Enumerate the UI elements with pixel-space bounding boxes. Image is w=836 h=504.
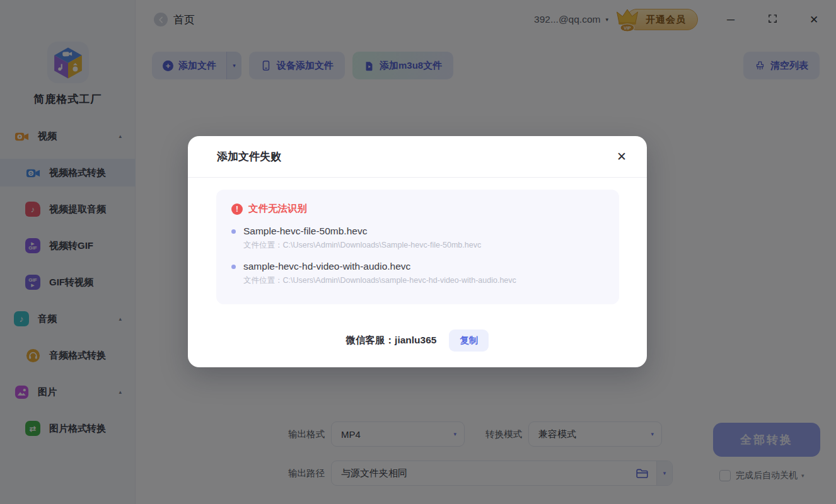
failed-file-item: sample-hevc-hd-video-with-audio.hevc 文件位… [231,261,604,286]
close-icon[interactable]: ✕ [617,151,627,163]
error-exclamation-icon: ! [231,203,243,215]
wechat-service-text: 微信客服：jianlu365 [346,334,437,347]
file-path-value: C:\Users\Admin\Downloads\Sample-hevc-fil… [283,241,482,249]
bullet-icon [231,229,236,234]
file-path: 文件位置：C:\Users\Admin\Downloads\sample-hev… [231,275,604,286]
dialog-footer: 微信客服：jianlu365 复制 [188,329,647,352]
app-window: 简鹿格式工厂 视频 ▴ [0,0,836,504]
file-path-value: C:\Users\Admin\Downloads\sample-hevc-hd-… [283,276,516,285]
bullet-icon [231,265,236,269]
error-title: 文件无法识别 [248,202,307,215]
copy-button[interactable]: 复制 [449,329,489,352]
dialog-title: 添加文件失败 [217,149,281,164]
file-path: 文件位置：C:\Users\Admin\Downloads\Sample-hev… [231,240,604,251]
file-name: Sample-hevc-file-50mb.hevc [243,226,367,237]
file-path-label: 文件位置： [243,276,283,285]
file-name: sample-hevc-hd-video-with-audio.hevc [243,261,410,272]
error-title-row: ! 文件无法识别 [231,202,604,215]
error-panel: ! 文件无法识别 Sample-hevc-file-50mb.hevc 文件位置… [216,190,619,304]
failed-file-item: Sample-hevc-file-50mb.hevc 文件位置：C:\Users… [231,226,604,251]
add-file-failed-dialog: 添加文件失败 ✕ ! 文件无法识别 Sample-hevc-file-50mb.… [188,136,647,367]
file-path-label: 文件位置： [243,241,283,249]
dialog-header: 添加文件失败 ✕ [188,136,647,178]
